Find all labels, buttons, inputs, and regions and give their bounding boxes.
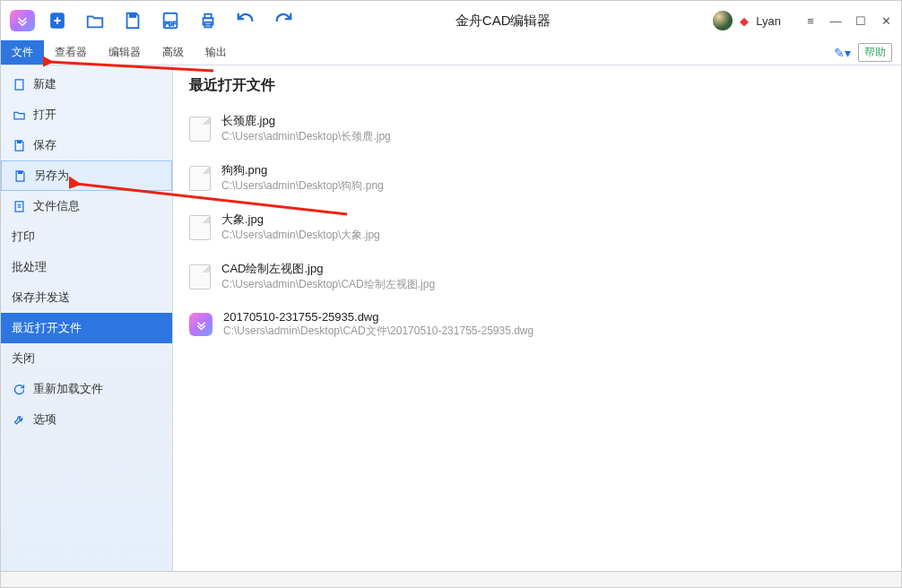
open-folder-icon[interactable] [85,11,105,30]
tab-advanced[interactable]: 高级 [152,40,195,65]
app-logo [10,10,35,31]
tab-file[interactable]: 文件 [1,40,44,65]
toolbar-icons: PDF [48,11,293,30]
sidebar-item-recent[interactable]: 最近打开文件 [1,313,172,343]
undo-icon[interactable] [236,11,256,30]
file-path: C:\Users\admin\Desktop\大象.jpg [221,228,380,243]
folder-open-icon [12,108,26,122]
svg-rect-1 [129,13,135,18]
sidebar-item-label: 打印 [12,229,35,245]
recent-file-item[interactable]: 20170510-231755-25935.dwgC:\Users\admin\… [189,305,885,351]
gem-icon: ◆ [740,14,749,28]
sidebar-item-options[interactable]: 选项 [1,404,172,435]
new-page-icon [12,77,26,91]
sidebar-item-save[interactable]: 保存 [1,130,172,160]
content-area: 新建 打开 保存 另存为 文件信息 打印 批处理 保存并发送 最近打开文件 [1,65,901,571]
sidebar-item-reload[interactable]: 重新加载文件 [1,374,172,404]
main-title: 最近打开文件 [189,76,885,95]
menu-bar: 文件 查看器 编辑器 高级 输出 ✎▾ 帮助 [1,40,901,65]
generic-file-icon [189,215,211,240]
main-panel: 最近打开文件 长颈鹿.jpgC:\Users\admin\Desktop\长颈鹿… [173,65,901,571]
minimize-icon[interactable]: — [829,14,842,28]
wrench-icon [12,412,26,427]
menu-icon[interactable]: ≡ [804,14,817,28]
generic-file-icon [189,166,211,191]
tab-editor[interactable]: 编辑器 [98,40,152,65]
user-avatar[interactable] [713,11,733,30]
print-icon[interactable] [198,11,218,30]
save-icon[interactable] [123,11,143,30]
recent-file-list: 长颈鹿.jpgC:\Users\admin\Desktop\长颈鹿.jpg狗狗.… [189,108,885,351]
floppy-saveas-icon [13,169,27,183]
svg-rect-9 [18,170,22,173]
file-path: C:\Users\admin\Desktop\CAD绘制左视图.jpg [221,277,435,292]
sidebar-item-label: 保存并发送 [12,290,70,306]
file-name: 长颈鹿.jpg [221,113,391,129]
generic-file-icon [189,264,211,290]
help-button[interactable]: 帮助 [858,43,892,62]
status-bar [1,571,901,587]
close-icon[interactable]: ✕ [880,14,892,28]
svg-rect-5 [204,14,211,19]
sidebar-item-open[interactable]: 打开 [1,99,172,130]
sidebar-item-batch[interactable]: 批处理 [1,252,172,282]
sidebar-item-label: 保存 [33,137,56,153]
app-title: 金舟CAD编辑器 [293,13,713,30]
sidebar-item-close[interactable]: 关闭 [1,343,172,374]
recent-file-item[interactable]: CAD绘制左视图.jpgC:\Users\admin\Desktop\CAD绘制… [189,255,885,305]
svg-text:PDF: PDF [165,21,177,27]
file-path: C:\Users\admin\Desktop\CAD文件\20170510-23… [223,324,533,339]
file-menu-sidebar: 新建 打开 保存 另存为 文件信息 打印 批处理 保存并发送 最近打开文件 [1,65,173,571]
sidebar-item-saveas[interactable]: 另存为 [1,160,172,191]
sidebar-item-label: 最近打开文件 [12,320,82,336]
file-name: CAD绘制左视图.jpg [221,261,435,277]
dwg-file-icon [189,313,212,336]
maximize-icon[interactable]: ☐ [854,14,867,28]
new-file-icon[interactable] [48,11,67,30]
sidebar-item-label: 新建 [33,76,56,92]
brush-dropdown-icon[interactable]: ✎▾ [834,46,851,60]
sidebar-item-fileinfo[interactable]: 文件信息 [1,191,172,221]
file-name: 20170510-231755-25935.dwg [223,310,533,324]
floppy-icon [12,138,26,152]
sidebar-item-label: 关闭 [12,350,35,367]
file-name: 大象.jpg [221,212,380,228]
sidebar-item-label: 重新加载文件 [33,381,103,397]
file-path: C:\Users\admin\Desktop\长颈鹿.jpg [221,129,391,144]
sidebar-item-label: 打开 [33,107,56,123]
sidebar-item-print[interactable]: 打印 [1,221,172,252]
recent-file-item[interactable]: 大象.jpgC:\Users\admin\Desktop\大象.jpg [189,206,885,255]
fileinfo-icon [12,199,26,213]
sidebar-item-new[interactable]: 新建 [1,69,172,99]
sidebar-item-label: 文件信息 [33,198,80,214]
sidebar-item-label: 另存为 [34,168,69,184]
redo-icon[interactable] [273,11,293,30]
svg-rect-7 [15,79,23,89]
file-path: C:\Users\admin\Desktop\狗狗.png [221,178,384,194]
username[interactable]: Lyan [756,14,781,28]
tab-viewer[interactable]: 查看器 [44,40,98,65]
recent-file-item[interactable]: 狗狗.pngC:\Users\admin\Desktop\狗狗.png [189,157,885,206]
pdf-icon[interactable]: PDF [160,11,180,30]
file-name: 狗狗.png [221,162,384,178]
sidebar-item-label: 批处理 [12,259,47,275]
titlebar-right: ◆ Lyan ≡ — ☐ ✕ [713,11,892,30]
tab-output[interactable]: 输出 [195,40,238,65]
svg-rect-8 [17,140,22,143]
reload-icon [12,382,26,396]
generic-file-icon [189,117,211,142]
sidebar-item-save-send[interactable]: 保存并发送 [1,282,172,313]
recent-file-item[interactable]: 长颈鹿.jpgC:\Users\admin\Desktop\长颈鹿.jpg [189,108,885,157]
sidebar-item-label: 选项 [33,411,56,428]
title-bar: PDF 金舟CAD编辑器 ◆ Lyan ≡ — ☐ ✕ [1,1,901,40]
